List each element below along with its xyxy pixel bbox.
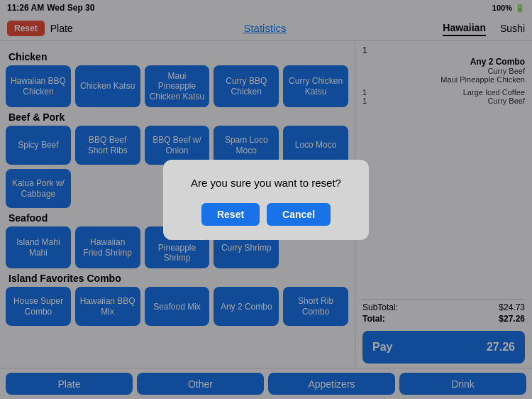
modal-reset-button[interactable]: Reset — [201, 203, 260, 226]
modal-overlay: Are you sure you want to reset? Reset Ca… — [0, 0, 532, 399]
modal-cancel-button[interactable]: Cancel — [267, 203, 331, 226]
reset-confirm-dialog: Are you sure you want to reset? Reset Ca… — [163, 160, 369, 240]
modal-title: Are you sure you want to reset? — [184, 177, 348, 189]
modal-buttons: Reset Cancel — [184, 203, 348, 226]
